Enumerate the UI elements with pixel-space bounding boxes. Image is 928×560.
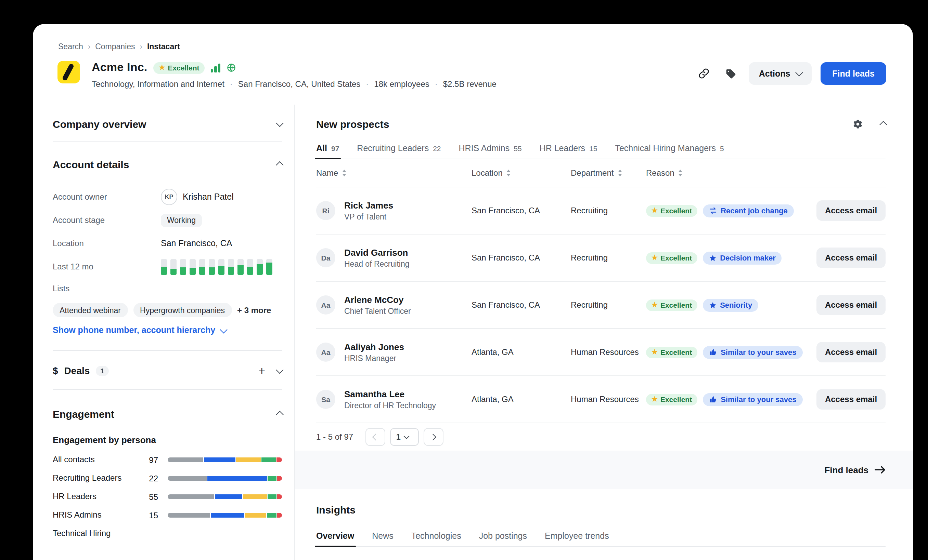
arrow-right-icon bbox=[875, 466, 885, 474]
prospect-job-title: Director of HR Technology bbox=[344, 401, 436, 409]
avatar: Ri bbox=[316, 201, 335, 220]
tab-hris-admins[interactable]: HRIS Admins55 bbox=[459, 138, 522, 159]
prospect-name: Samantha Lee bbox=[344, 389, 436, 399]
trend-bar bbox=[238, 259, 244, 274]
field-label: Location bbox=[53, 239, 161, 248]
persona-count: 15 bbox=[143, 510, 158, 520]
sort-icon[interactable] bbox=[618, 170, 622, 177]
tab-all[interactable]: All97 bbox=[316, 138, 339, 159]
deals-count-badge: 1 bbox=[96, 365, 109, 376]
access-email-button[interactable]: Access email bbox=[817, 295, 885, 315]
tab-count: 22 bbox=[433, 144, 441, 152]
persona-bar bbox=[168, 513, 282, 517]
trend-row: Last 12 mo bbox=[53, 255, 282, 278]
breadcrumb-companies[interactable]: Companies bbox=[95, 43, 135, 50]
prospects-tabs: All97Recruiting Leaders22HRIS Admins55HR… bbox=[316, 138, 885, 159]
reason-badge: Similar to your saves bbox=[703, 345, 803, 359]
tab-overview[interactable]: Overview bbox=[316, 526, 354, 546]
bar-segment bbox=[168, 457, 203, 462]
tab-recruiting-leaders[interactable]: Recruiting Leaders22 bbox=[357, 138, 441, 159]
lists-chips: Attended webinarHypergrowth companies+ 3… bbox=[53, 303, 282, 317]
find-leads-link[interactable]: Find leads bbox=[824, 465, 885, 475]
access-email-button[interactable]: Access email bbox=[817, 342, 885, 362]
page-select[interactable]: 1 bbox=[390, 428, 419, 446]
prospect-row[interactable]: Aa Aaliyah Jones HRIS Manager Atlanta, G… bbox=[316, 329, 885, 376]
insights-header: Insights bbox=[316, 500, 885, 519]
section-company-overview[interactable]: Company overview bbox=[53, 114, 282, 134]
next-page-button[interactable] bbox=[424, 428, 443, 446]
rating-badge: ★Excellent bbox=[646, 205, 698, 216]
add-deal-button[interactable]: + bbox=[258, 365, 265, 376]
bar-segment bbox=[245, 513, 266, 517]
show-more-link[interactable]: Show phone number, account hierarchy bbox=[53, 326, 215, 335]
bar-segment bbox=[278, 476, 282, 481]
company-location: San Francisco, CA, United States bbox=[238, 79, 361, 89]
access-email-button[interactable]: Access email bbox=[817, 248, 885, 268]
lists-more-link[interactable]: + 3 more bbox=[237, 305, 271, 315]
meta-separator: · bbox=[435, 79, 438, 89]
pagination-summary: 1 - 5 of 97 bbox=[316, 432, 353, 442]
prospect-row[interactable]: Da David Garrison Head of Recruiting San… bbox=[316, 234, 885, 282]
field-label: Account owner bbox=[53, 192, 161, 202]
company-name: Acme Inc. bbox=[92, 61, 147, 75]
persona-bar bbox=[168, 495, 282, 499]
prospect-row[interactable]: Sa Samantha Lee Director of HR Technolog… bbox=[316, 376, 885, 423]
access-email-button[interactable]: Access email bbox=[817, 200, 885, 221]
prospect-name: Aaliyah Jones bbox=[344, 342, 404, 352]
column-header-name[interactable]: Name bbox=[316, 168, 472, 178]
reason-badge: Similar to your saves bbox=[703, 393, 803, 406]
field-label: Lists bbox=[53, 284, 161, 293]
prospect-row[interactable]: Ri Rick James VP of Talent San Francisco… bbox=[316, 187, 885, 234]
column-header-reason[interactable]: Reason bbox=[646, 168, 817, 178]
prospect-name: David Garrison bbox=[344, 248, 410, 258]
sort-icon[interactable] bbox=[507, 170, 511, 177]
company-rating-badge: ★ Excellent bbox=[153, 62, 205, 73]
prospect-department: Human Resources bbox=[571, 394, 646, 404]
tab-news[interactable]: News bbox=[372, 526, 394, 546]
actions-button[interactable]: Actions bbox=[749, 62, 812, 85]
list-chip[interactable]: Attended webinar bbox=[53, 303, 128, 317]
tag-icon[interactable] bbox=[722, 65, 740, 82]
avatar: Aa bbox=[316, 342, 335, 362]
gear-icon[interactable] bbox=[849, 115, 867, 132]
trend-bar bbox=[228, 259, 234, 274]
bar-segment bbox=[215, 495, 242, 499]
breadcrumb-current: Instacart bbox=[147, 43, 180, 50]
section-deals[interactable]: $ Deals 1 + bbox=[53, 360, 282, 381]
access-email-button[interactable]: Access email bbox=[817, 389, 885, 409]
section-engagement[interactable]: Engagement bbox=[53, 403, 282, 424]
column-header-location[interactable]: Location bbox=[472, 168, 571, 178]
tab-technologies[interactable]: Technologies bbox=[411, 526, 461, 546]
prev-page-button[interactable] bbox=[365, 428, 385, 446]
tab-label: All bbox=[316, 144, 327, 153]
find-leads-button[interactable]: Find leads bbox=[821, 62, 886, 85]
column-header-department[interactable]: Department bbox=[571, 168, 646, 178]
tab-job-postings[interactable]: Job postings bbox=[479, 526, 527, 546]
tab-hr-leaders[interactable]: HR Leaders15 bbox=[540, 138, 597, 159]
section-account-details[interactable]: Account details bbox=[53, 154, 282, 174]
bar-segment bbox=[268, 495, 277, 499]
stage-chip[interactable]: Working bbox=[161, 214, 202, 227]
tab-label: HR Leaders bbox=[540, 144, 585, 153]
bar-segment bbox=[268, 476, 277, 481]
globe-icon bbox=[226, 63, 236, 73]
tab-technical-hiring-managers[interactable]: Technical Hiring Managers5 bbox=[615, 138, 724, 159]
find-leads-band: Find leads bbox=[295, 450, 913, 489]
reason-badge: Recent job change bbox=[703, 204, 794, 217]
sort-icon[interactable] bbox=[679, 170, 683, 177]
trend-bar bbox=[266, 259, 272, 274]
breadcrumb-search[interactable]: Search bbox=[58, 43, 83, 50]
sort-icon[interactable] bbox=[342, 170, 346, 177]
prospect-job-title: HRIS Manager bbox=[344, 354, 404, 362]
section-title: Company overview bbox=[53, 118, 146, 129]
collapse-chevron-icon[interactable] bbox=[879, 121, 887, 129]
prospect-row[interactable]: Aa Arlene McCoy Chief Talent Officer San… bbox=[316, 282, 885, 329]
link-icon[interactable] bbox=[695, 65, 713, 82]
tab-employee-trends[interactable]: Employee trends bbox=[545, 526, 609, 546]
show-more-row[interactable]: Show phone number, account hierarchy bbox=[53, 326, 282, 335]
company-industry: Technology, Information and Internet bbox=[92, 79, 224, 89]
engagement-row: Technical Hiring bbox=[53, 525, 282, 543]
list-chip[interactable]: Hypergrowth companies bbox=[133, 303, 232, 317]
trend-bar bbox=[180, 259, 186, 274]
avatar: Aa bbox=[316, 295, 335, 315]
